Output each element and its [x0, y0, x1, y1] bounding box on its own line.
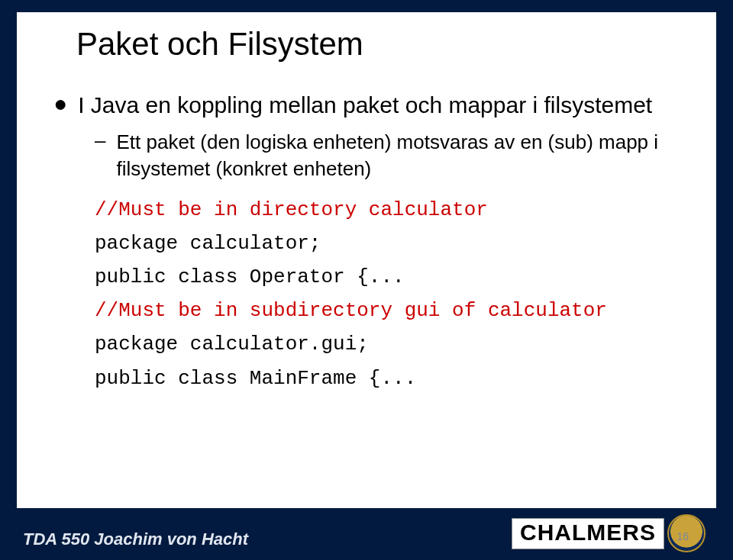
subbullet-text: Ett paket (den logiska enheten) motsvara… [116, 129, 690, 182]
bullet-dot-icon: ● [53, 90, 67, 121]
bullet-text: I Java en koppling mellan paket och mapp… [78, 90, 652, 121]
brand-box: CHALMERS [512, 518, 664, 549]
brand-name: CHALMERS [512, 518, 664, 549]
code-line: public class MainFrame {... [95, 362, 690, 395]
bullet-item: ● I Java en koppling mellan paket och ma… [53, 90, 690, 121]
code-comment: //Must be in directory calculator [95, 193, 690, 227]
footer-text: TDA 550 Joachim von Hacht [23, 529, 248, 549]
code-block: //Must be in directory calculator packag… [95, 193, 690, 395]
subbullet-item: – Ett paket (den logiska enheten) motsva… [95, 129, 690, 182]
dash-icon: – [95, 129, 105, 182]
slide-title: Paket och Filsystem [76, 26, 690, 63]
code-line: package calculator; [95, 227, 690, 260]
code-line: package calculator.gui; [95, 327, 690, 361]
slide: Paket och Filsystem ● I Java en koppling… [0, 0, 733, 560]
code-line: public class Operator {... [95, 260, 690, 294]
page-number: 16 [676, 530, 689, 542]
code-comment: //Must be in subdirectory gui of calcula… [95, 294, 690, 327]
